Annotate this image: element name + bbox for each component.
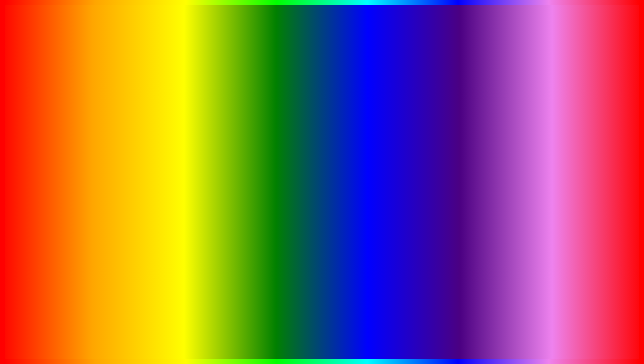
coins-boost-checkbox[interactable] (227, 99, 232, 104)
nav-converter[interactable]: 🔄 Converter (39, 125, 91, 133)
nav-booth[interactable]: 🏪 Booth (39, 108, 91, 117)
tab-dark-matter[interactable]: Dark Matter Machine (225, 124, 255, 133)
quests-panel: ~ Quests ~ ✓ Break 100 Coins in Town! ⭐ … (390, 67, 517, 144)
farming-nav-icon: ⚙️ (103, 124, 108, 130)
quest-card-title: [ 📋 QUESTS] Pet Simulator X! 🐾 (543, 182, 629, 188)
evo-body: ⚙️ Farming ✕ Pets 🏃 Movement 🔧 Miscellan… (99, 121, 258, 241)
evo-sidebar: ⚙️ Farming ✕ Pets 🏃 Movement 🔧 Miscellan… (99, 121, 136, 241)
movement-nav-icon: 🏃 (103, 149, 108, 154)
evo-nav-movement[interactable]: 🏃 Movement (99, 146, 136, 158)
deleters-icon: 🗑️ (42, 143, 47, 148)
nav-webhook[interactable]: 🔗 Webhook (39, 156, 91, 164)
autofarms-icon: ⚡ (42, 93, 47, 98)
main-title: Pet Simulator X (0, 7, 644, 50)
ignore-hardcore-label: Ignore Hardcore Pets (139, 226, 175, 230)
autofarms-detail-title: AutoFarms Farm Misc (94, 76, 236, 83)
teleport-egg-button[interactable]: Teleport to Egg Area (139, 176, 188, 183)
evo-main-content: Eggs Auto Open Eggs ✓ Remove Hatch Anima… (136, 121, 191, 241)
ignore-hardcore-checkbox[interactable]: ✓ (182, 226, 188, 231)
egg-type-row: Egg Type (139, 148, 188, 154)
tab-locker[interactable]: Locker (235, 173, 255, 182)
rainbow-pet-limit-input[interactable] (238, 193, 255, 199)
title-pet-simulator: Pet Simulator X (157, 4, 488, 53)
new-label: New (49, 183, 57, 187)
rainbow-machine-note: NOTE: You must be near the Rainbow Machi… (194, 206, 255, 218)
divider-2 (194, 171, 255, 171)
deleters-label: Deleters (49, 143, 64, 148)
tab-golden-machine[interactable]: Golden Machine (194, 124, 224, 133)
rarity-filter-label: Rarity Filter (139, 235, 158, 239)
nav-pet[interactable]: 🐾 Pet (39, 100, 91, 108)
nav-autofarms[interactable]: ⚡ AutoFarms (39, 92, 91, 100)
evo-title: EVO V4 PSX (103, 107, 120, 118)
tab-renamer[interactable]: Renamer (139, 197, 159, 203)
converter-icon: 🔄 (42, 126, 47, 132)
evo-discord-link: https://discord.gg/evov4 (103, 243, 139, 247)
tab-deleter[interactable]: Deleter (155, 189, 172, 195)
evo-nav-settings[interactable]: ⚙️ Settings (99, 170, 136, 183)
settings-nav-label: Settings (110, 174, 125, 179)
quest-card-stats: 👍 92% 👤 173.3K (543, 190, 629, 195)
golden-machine-note: NOTE: You must be near the golden machin… (194, 157, 255, 169)
nav-deleters[interactable]: 🗑️ Deleters (39, 142, 91, 150)
nav-mastery[interactable]: 😊 Mastery (39, 133, 91, 142)
mastery-icon: 😊 (42, 135, 47, 140)
quest-card[interactable]: 🐱 🎨 🍎 🌈 [ 📋 QUESTS] Pet Simulator X! 🐾 👍… (537, 83, 634, 199)
decoration-emoji-1: 🎨 (545, 92, 558, 103)
golden-limit-fill (194, 153, 218, 155)
evo-right-panel: Golden Machine Dark Matter Machine Auto … (191, 121, 258, 241)
egg-lookup-row: Egg Lookup Egg Name (139, 167, 188, 173)
collection-icon: 🗂️ (42, 118, 47, 123)
auto-open-row: Auto Open Eggs ✓ (139, 130, 188, 137)
booth-icon: 🏪 (42, 110, 47, 115)
tab-properties[interactable]: Properties (160, 197, 182, 203)
pet-amount-progress (139, 221, 188, 223)
collection-label: Collection (49, 118, 67, 123)
tab-rainbow-machine[interactable]: Rainbow Machine (194, 173, 214, 182)
globe-icon: 🌐 (247, 110, 254, 116)
remove-hatch-checkbox[interactable]: ✓ (182, 140, 188, 145)
evo-nav-pets[interactable]: ✕ Pets (99, 133, 136, 146)
credits-label: Credits (49, 85, 62, 89)
golden-pet-limit-input[interactable] (238, 144, 255, 150)
rarity-filter-row: Rarity Filter (139, 234, 188, 240)
super-farm-checkbox[interactable] (158, 99, 163, 104)
tab-fuser[interactable]: Fuser (139, 189, 154, 195)
tab-enchant[interactable]: Enchant (215, 173, 235, 182)
golden-machine-tabs: Golden Machine Dark Matter Machine (194, 124, 255, 133)
bottom-quests-text: QUESTS (224, 318, 354, 354)
egg-type-label: Egg Type (139, 149, 155, 153)
nav-new[interactable]: 🔑 New (39, 181, 91, 189)
evo-nav-farming[interactable]: ⚙️ Farming (99, 121, 136, 133)
nav-misc[interactable]: 🔧 Misc (39, 173, 91, 181)
pet-icon: 🐾 (42, 101, 47, 107)
settings-nav-icon: ⚙️ (103, 174, 108, 179)
pets-nav-icon: ✕ (104, 137, 108, 142)
farm-note: Note: Use Weak pets for super farm (94, 89, 236, 96)
golden-pet-limit-row: Pet Limit (194, 143, 255, 151)
nav-guis[interactable]: 🖥️ Guis (39, 164, 91, 173)
egg-name-label: Egg Name (170, 168, 188, 172)
nav-credits[interactable]: 😊 Credits (39, 83, 91, 92)
auto-open-label: Auto Open Eggs (139, 132, 167, 136)
converter-label: Converter (49, 127, 67, 131)
quest-text-2: Hatch 280 Pets from Starter Eg... (412, 107, 495, 113)
shop-button[interactable]: Shop (444, 144, 507, 169)
bottom-pastebin-text: PASTEBIN (447, 323, 555, 348)
auto-open-checkbox[interactable]: ✓ (182, 131, 188, 136)
egg-type-select[interactable]: Alien Egg (139, 157, 188, 164)
evo-nav-misc[interactable]: 🔧 Miscellaneous (99, 158, 136, 170)
auto-rainbow-row: Auto Make Pets Rainbow (194, 185, 255, 191)
quest-players-stat: 👤 173.3K (563, 190, 584, 195)
discord-link: Discord Link: https://discord.gg/u7JNWQc… (94, 83, 236, 89)
movement-nav-label: Movement (110, 149, 129, 154)
bottom-script-text: SCRIPT (361, 323, 440, 348)
evo-search-input[interactable] (123, 109, 235, 116)
decoration-emoji-3: 🌈 (616, 92, 626, 101)
pet-tools-tabs: Fuser Deleter Renamer Properties (139, 189, 188, 203)
quest-item-3: ⭐ Break 284 Chests in Tow... (396, 120, 511, 135)
evo-footer: https://discord.gg/evov4 V4.0.0 (99, 241, 258, 249)
cat-emoji: 🐱 (561, 128, 611, 175)
nav-collection[interactable]: 🗂️ Collection (39, 117, 91, 125)
rainbow-limit-fill (194, 202, 218, 204)
